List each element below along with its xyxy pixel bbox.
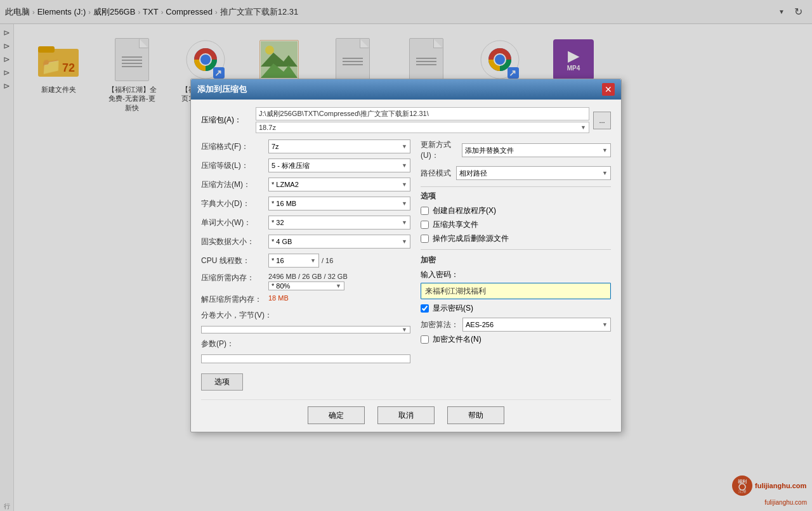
browse-button[interactable]: ... — [593, 112, 611, 129]
word-row: 单词大小(W)： * 32 ▼ — [201, 216, 410, 230]
params-input[interactable] — [201, 354, 410, 363]
mem-decompress-label: 解压缩所需内存： — [201, 294, 265, 305]
chevron-down-icon: ▼ — [402, 162, 407, 169]
cancel-button[interactable]: 取消 — [377, 406, 435, 424]
dialog-title: 添加到压缩包 — [197, 84, 247, 95]
compress-shared-label: 压缩共享文件 — [433, 219, 478, 230]
chevron-down-icon: ▼ — [402, 200, 407, 207]
format-label: 压缩格式(F)： — [201, 141, 265, 152]
method-select[interactable]: * LZMA2 ▼ — [268, 178, 410, 191]
password-input[interactable] — [421, 283, 611, 299]
format-row: 压缩格式(F)： 7z ▼ — [201, 139, 410, 153]
path-mode-select[interactable]: 相对路径 ▼ — [456, 166, 611, 180]
encrypt-filename-label: 加密文件名(N) — [433, 334, 481, 345]
encrypt-section: 加密 输入密码： 显示密码(S) 加密算法： AES-256 ▼ — [421, 255, 611, 345]
algo-select[interactable]: AES-256 ▼ — [462, 318, 611, 332]
mem-percent-select[interactable]: * 80% ▼ — [268, 281, 344, 290]
chevron-down-icon: ▼ — [336, 283, 341, 289]
archive-path-field[interactable]: J:\威刚256GB\TXT\Compressed\推广文宣下载新12.31\ — [256, 107, 589, 120]
chevron-down-icon: ▼ — [402, 238, 407, 245]
compress-shared-row: 压缩共享文件 — [421, 219, 611, 230]
close-button[interactable]: ✕ — [602, 83, 615, 96]
method-row: 压缩方法(M)： * LZMA2 ▼ — [201, 178, 410, 191]
solid-row: 固实数据大小： * 4 GB ▼ — [201, 235, 410, 249]
solid-select[interactable]: * 4 GB ▼ — [268, 235, 410, 249]
chevron-down-icon: ▼ — [310, 257, 316, 264]
path-mode-value: 相对路径 — [459, 169, 487, 178]
level-label: 压缩等级(L)： — [201, 160, 265, 171]
volume-label: 分卷大小，字节(V)： — [201, 310, 272, 321]
cpu-select-group: * 16 ▼ / 16 — [268, 254, 333, 268]
solid-value: * 4 GB — [272, 238, 292, 245]
update-value: 添加并替换文件 — [465, 146, 514, 155]
level-row: 压缩等级(L)： 5 - 标准压缩 ▼ — [201, 158, 410, 172]
dict-value: * 16 MB — [272, 200, 296, 207]
archive-path-box: J:\威刚256GB\TXT\Compressed\推广文宣下载新12.31\ … — [256, 107, 589, 133]
options-button[interactable]: 选项 — [201, 373, 243, 391]
mem-decompress-row: 解压缩所需内存： 18 MB — [201, 294, 410, 305]
left-column: 压缩格式(F)： 7z ▼ 压缩等级(L)： 5 - 标准压缩 ▼ — [201, 139, 410, 391]
algo-label: 加密算法： — [421, 320, 459, 330]
archive-name-select[interactable]: 18.7z ▼ — [256, 122, 589, 133]
update-section: 更新方式(U)： 添加并替换文件 ▼ — [421, 139, 611, 161]
update-label: 更新方式(U)： — [421, 139, 458, 161]
method-value: * LZMA2 — [272, 181, 299, 188]
archive-name-value: 18.7z — [259, 124, 276, 131]
mem-compress-label: 压缩所需内存： — [201, 273, 265, 283]
chevron-down-icon: ▼ — [602, 170, 608, 176]
update-row: 更新方式(U)： 添加并替换文件 ▼ — [421, 139, 611, 161]
level-value: 5 - 标准压缩 — [272, 161, 310, 171]
dialog-overlay: 添加到压缩包 ✕ 压缩包(A)： J:\威刚256GB\TXT\Compress… — [0, 0, 812, 511]
dict-select[interactable]: * 16 MB ▼ — [268, 197, 410, 210]
method-label: 压缩方法(M)： — [201, 179, 265, 190]
dict-label: 字典大小(D)： — [201, 198, 265, 209]
self-extract-checkbox[interactable] — [421, 207, 429, 215]
format-select[interactable]: 7z ▼ — [268, 139, 410, 153]
encrypt-filename-checkbox[interactable] — [421, 335, 429, 344]
algo-row: 加密算法： AES-256 ▼ — [421, 318, 611, 332]
mem-decompress-value: 18 MB — [268, 294, 289, 302]
delete-source-row: 操作完成后删除源文件 — [421, 233, 611, 244]
options-section: 选项 创建自程放程序(X) 压缩共享文件 操作完成后删除源文件 — [421, 191, 611, 244]
cpu-select[interactable]: * 16 ▼ — [268, 254, 319, 268]
solid-label: 固实数据大小： — [201, 236, 265, 247]
cpu-total: / 16 — [322, 257, 333, 264]
chevron-down-icon: ▼ — [402, 181, 407, 188]
chevron-down-icon: ▼ — [402, 219, 407, 226]
level-select[interactable]: 5 - 标准压缩 ▼ — [268, 158, 410, 172]
help-button[interactable]: 帮助 — [447, 406, 504, 424]
archive-label: 压缩包(A)： — [201, 115, 252, 126]
chevron-down-icon: ▼ — [402, 143, 407, 150]
dict-row: 字典大小(D)： * 16 MB ▼ — [201, 197, 410, 210]
path-mode-row: 路径模式 相对路径 ▼ — [421, 166, 611, 180]
show-password-checkbox[interactable] — [421, 304, 429, 313]
chevron-down-icon: ▼ — [402, 327, 407, 333]
delete-source-checkbox[interactable] — [421, 235, 429, 243]
mem-percent-value: * 80% — [272, 282, 290, 290]
dialog-buttons: 确定 取消 帮助 — [201, 399, 611, 424]
algo-value: AES-256 — [466, 321, 494, 328]
right-column: 更新方式(U)： 添加并替换文件 ▼ 路径模式 相对路径 — [421, 139, 611, 391]
word-select[interactable]: * 32 ▼ — [268, 216, 410, 230]
mem-compress-values: 2496 MB / 26 GB / 32 GB * 80% ▼ — [268, 273, 348, 290]
divider-2 — [421, 249, 611, 250]
cpu-label: CPU 线程数： — [201, 256, 265, 266]
encrypt-section-title: 加密 — [421, 255, 611, 266]
params-row: 参数(P)： — [201, 339, 410, 363]
format-value: 7z — [272, 143, 279, 150]
show-password-label: 显示密码(S) — [433, 303, 473, 314]
volume-row: 分卷大小，字节(V)： ▼ — [201, 310, 410, 333]
compress-shared-checkbox[interactable] — [421, 221, 429, 229]
cpu-row: CPU 线程数： * 16 ▼ / 16 — [201, 254, 410, 268]
chevron-down-icon: ▼ — [602, 321, 608, 328]
ok-button[interactable]: 确定 — [308, 406, 365, 424]
dialog-titlebar: 添加到压缩包 ✕ — [191, 79, 621, 100]
archive-path-row: 压缩包(A)： J:\威刚256GB\TXT\Compressed\推广文宣下载… — [201, 107, 611, 133]
dialog-body: 压缩包(A)： J:\威刚256GB\TXT\Compressed\推广文宣下载… — [191, 100, 621, 432]
delete-source-label: 操作完成后删除源文件 — [433, 233, 509, 244]
chevron-down-icon: ▼ — [602, 147, 608, 153]
volume-select[interactable]: ▼ — [201, 326, 410, 333]
enter-password-label: 输入密码： — [421, 269, 611, 280]
update-select[interactable]: 添加并替换文件 ▼ — [462, 143, 611, 157]
show-password-row: 显示密码(S) — [421, 303, 611, 314]
